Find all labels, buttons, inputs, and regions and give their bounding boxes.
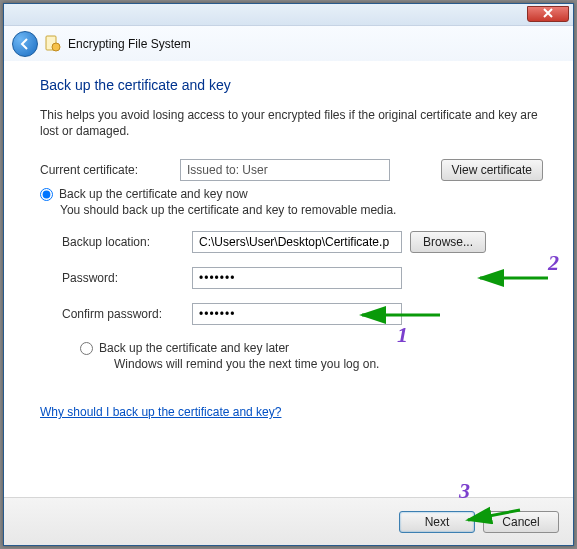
confirm-password-row: Confirm password: [62,303,543,325]
titlebar [4,4,573,26]
radio-backup-later[interactable]: Back up the certificate and key later [80,341,543,355]
cancel-button[interactable]: Cancel [483,511,559,533]
close-button[interactable] [527,6,569,22]
browse-button[interactable]: Browse... [410,231,486,253]
content-area: Back up the certificate and key This hel… [4,61,573,497]
back-arrow-icon [18,37,32,51]
current-cert-field [180,159,390,181]
close-icon [542,7,554,19]
wizard-window: Encrypting File System Back up the certi… [3,3,574,546]
backup-location-field[interactable] [192,231,402,253]
radio-backup-later-label: Back up the certificate and key later [99,341,289,355]
view-certificate-button[interactable]: View certificate [441,159,543,181]
back-button[interactable] [12,31,38,57]
current-cert-label: Current certificate: [40,163,180,177]
window-title: Encrypting File System [68,37,191,51]
radio-backup-now[interactable]: Back up the certificate and key now [40,187,543,201]
confirm-password-field[interactable] [192,303,402,325]
help-text: This helps you avoid losing access to yo… [40,107,543,139]
confirm-password-label: Confirm password: [62,307,192,321]
radio-backup-later-input[interactable] [80,342,93,355]
radio-backup-now-label: Back up the certificate and key now [59,187,248,201]
password-label: Password: [62,271,192,285]
password-row: Password: [62,267,543,289]
password-field[interactable] [192,267,402,289]
svg-point-1 [52,43,60,51]
radio-backup-now-input[interactable] [40,188,53,201]
radio-backup-later-sub: Windows will remind you the next time yo… [114,357,543,371]
footer-bar: Next Cancel [4,497,573,545]
current-cert-row: Current certificate: View certificate [40,159,543,181]
certificate-icon [44,35,62,53]
radio-backup-now-sub: You should back up the certificate and k… [60,203,543,217]
backup-location-row: Backup location: Browse... [62,231,543,253]
backup-location-label: Backup location: [62,235,192,249]
header-bar: Encrypting File System [4,26,573,61]
page-heading: Back up the certificate and key [40,77,543,93]
why-backup-link[interactable]: Why should I back up the certificate and… [40,405,281,419]
next-button[interactable]: Next [399,511,475,533]
